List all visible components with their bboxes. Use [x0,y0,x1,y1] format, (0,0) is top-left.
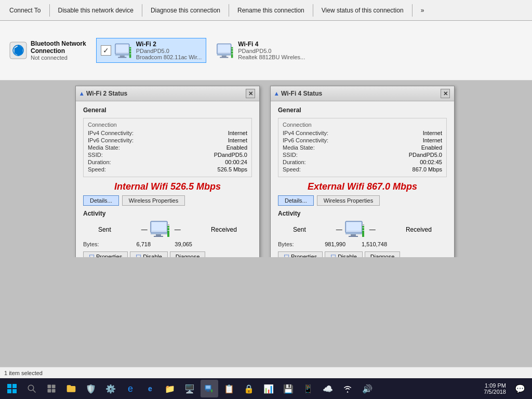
svg-rect-47 [12,389,17,393]
wifi2-speed-row: Speed: 526.5 Mbps [88,166,247,172]
status-text: 1 item selected [4,370,43,376]
toolbar-separator-3 [229,4,229,17]
svg-rect-19 [217,54,231,56]
wifi4-ipv6-value: Internet [423,137,442,143]
taskbar-apps1-btn[interactable]: 📁 [161,380,179,397]
wifi4-body: General Connection IPv4 Connectivity: In… [271,101,454,257]
svg-rect-28 [151,233,167,234]
wifi2-sent-label: Sent [98,226,111,233]
wifi2-properties-btn[interactable]: 🛡 Properties [83,251,128,257]
wifi2-details-btn[interactable]: Details... [83,195,119,206]
taskbar-clock: 1:09 PM 7/5/2018 [484,382,509,395]
wifi4-titlebar: ▴ Wi-Fi 4 Status ✕ [271,86,454,101]
taskbar-security-btn[interactable]: 🛡️ [82,380,100,397]
wifi2-icon [114,41,133,60]
wifi4-properties-shield-icon: 🛡 [284,254,289,257]
wifi4-speed-label: Speed: [283,166,301,172]
taskbar-network-btn[interactable] [201,380,218,397]
wifi4-sub1: PDandPD5.0 [238,48,305,54]
taskbar-wifi-systray-btn[interactable] [339,380,356,397]
wifi4-disable-btn[interactable]: 🛡 Disable [325,251,363,257]
svg-rect-55 [206,385,210,389]
toolbar-rename[interactable]: Rename this connection [232,5,310,16]
toolbar-view-status[interactable]: View status of this connection [316,5,409,16]
svg-rect-20 [222,56,227,57]
svg-rect-30 [154,236,163,237]
connection-bluetooth[interactable]: ⬢ Bluetooth NetworkConnection Not connec… [4,37,91,63]
svg-rect-51 [52,385,56,389]
svg-rect-27 [152,222,166,231]
dialog-wifi4: ▴ Wi-Fi 4 Status ✕ General Connection IP… [270,86,455,257]
taskbar-file-explorer-btn[interactable] [62,380,80,397]
svg-point-48 [28,385,34,391]
wifi4-general-title: General [278,107,447,114]
dialogs-area: ▴ Wi-Fi 2 Status ✕ General Connection IP… [0,81,532,257]
wifi2-media-row: Media State: Enabled [88,144,247,151]
wifi2-ipv4-value: Internet [228,130,247,136]
wifi2-diagnose-btn[interactable]: Diagnose [170,251,205,257]
taskbar-notification-btn[interactable]: 💬 [511,380,529,397]
wifi2-ipv6-label: IPv6 Connectivity: [88,137,134,143]
taskbar-task-view-btn[interactable] [43,380,60,397]
wifi2-disable-btn[interactable]: 🛡 Disable [130,251,168,257]
svg-rect-23 [231,51,233,54]
wifi2-bytes-sent: 6,718 [109,241,151,247]
wifi2-close-btn[interactable]: ✕ [246,89,255,98]
svg-line-49 [33,390,35,392]
taskbar-apps2-btn[interactable]: 🖥️ [181,380,198,397]
svg-rect-22 [231,54,233,58]
taskbar-settings-btn[interactable]: ⚙️ [102,380,119,397]
wifi2-media-label: Media State: [88,144,120,151]
svg-rect-34 [167,224,169,225]
taskbar-apps8-btn[interactable]: ☁️ [319,380,337,397]
taskbar-date-text: 7/5/2018 [484,389,506,395]
taskbar-apps3-btn[interactable]: 📋 [220,380,238,397]
wifi4-info: Wi-Fi 4 PDandPD5.0 Realtek 8812BU Wirele… [238,41,305,60]
taskbar-start-btn[interactable] [3,380,21,397]
taskbar-apps6-btn[interactable]: 💾 [280,380,297,397]
svg-rect-46 [7,389,11,393]
toolbar-more[interactable]: » [416,5,430,16]
taskbar: 🛡️ ⚙️ e e 📁 🖥️ 📋 🔒 📊 💾 📱 ☁️ 🔊 1:09 PM 7/… [0,378,532,399]
svg-rect-33 [167,226,169,228]
wifi2-highlight: Internal Wifi 526.5 Mbps [83,181,252,192]
wifi2-checkbox[interactable]: ✓ [101,45,111,56]
wifi4-properties-label: Properties [291,254,317,257]
wifi4-ipv6-row: IPv6 Connectivity: Internet [283,137,442,143]
taskbar-apps7-btn[interactable]: 📱 [299,380,317,397]
wifi2-action-btns: 🛡 Properties 🛡 Disable Diagnose [83,251,252,257]
wifi4-received-label: Received [406,226,432,233]
wifi2-ssid-row: SSID: PDandPD5.0 [88,152,247,158]
bluetooth-status: Not connected [31,55,86,61]
taskbar-apps5-btn[interactable]: 📊 [260,380,277,397]
wifi4-duration-row: Duration: 00:02:45 [283,159,442,165]
taskbar-search-btn[interactable] [23,380,41,397]
wifi4-wireless-btn[interactable]: Wireless Properties [317,195,380,206]
taskbar-ie-btn[interactable]: e [122,380,139,397]
svg-rect-12 [118,57,126,58]
wifi4-properties-btn[interactable]: 🛡 Properties [278,251,323,257]
toolbar-connect-to[interactable]: Connect To [4,5,46,16]
dialog-wifi2: ▴ Wi-Fi 2 Status ✕ General Connection IP… [75,86,260,257]
svg-rect-36 [347,222,361,231]
wifi4-detail-btns: Details... Wireless Properties [278,195,447,206]
bluetooth-name: Bluetooth NetworkConnection [31,40,86,55]
connection-wifi4[interactable]: Wi-Fi 4 PDandPD5.0 Realtek 8812BU Wirele… [211,38,310,63]
wifi2-duration-value: 00:00:24 [225,159,247,165]
wifi4-details-btn[interactable]: Details... [278,195,314,206]
taskbar-volume-btn[interactable]: 🔊 [358,380,376,397]
wifi2-wireless-btn[interactable]: Wireless Properties [122,195,185,206]
wifi4-close-btn[interactable]: ✕ [441,89,450,98]
connection-wifi2[interactable]: ✓ Wi-Fi 2 PDandPD5.0 Broadcom 802.11ac W… [96,38,207,63]
wifi4-ipv4-row: IPv4 Connectivity: Internet [283,130,442,136]
taskbar-edge-btn[interactable]: e [141,380,159,397]
wifi4-title-text: Wi-Fi 4 Status [281,90,322,97]
toolbar-disable[interactable]: Disable this network device [53,5,139,16]
wifi2-ipv4-label: IPv4 Connectivity: [88,130,134,136]
toolbar-diagnose[interactable]: Diagnose this connection [145,5,225,16]
wifi2-disable-label: Disable [143,254,162,257]
toolbar-separator-4 [313,4,313,17]
taskbar-apps4-btn[interactable]: 🔒 [240,380,258,397]
wifi4-diagnose-btn[interactable]: Diagnose [365,251,400,257]
wifi4-highlight: External Wifi 867.0 Mbps [278,181,447,192]
